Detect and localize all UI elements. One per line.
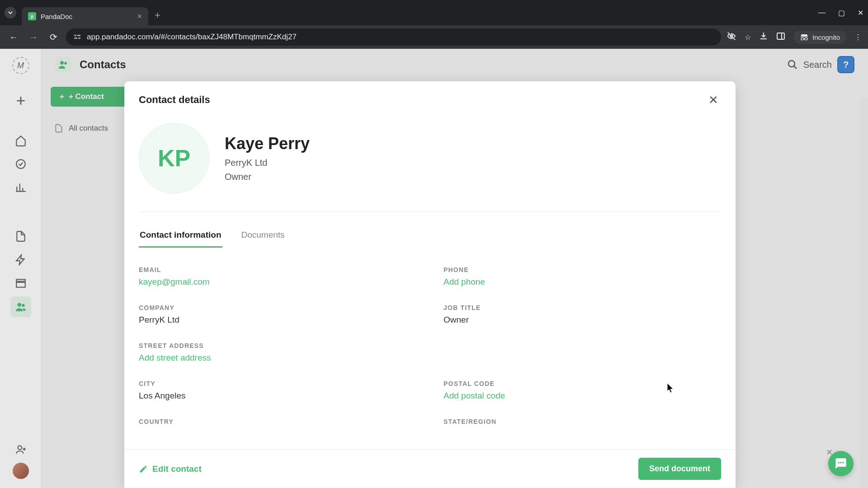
field-label-company: COMPANY bbox=[139, 304, 416, 311]
svg-rect-1 bbox=[77, 35, 80, 36]
svg-rect-11 bbox=[16, 279, 25, 281]
svg-rect-5 bbox=[777, 33, 784, 39]
contact-name: Kaye Perry bbox=[225, 134, 310, 153]
minimize-icon[interactable]: — bbox=[818, 9, 826, 17]
back-button[interactable]: ← bbox=[6, 30, 21, 44]
field-label-country: COUNTRY bbox=[139, 418, 416, 425]
svg-point-20 bbox=[840, 462, 842, 463]
field-label-phone: PHONE bbox=[443, 266, 721, 273]
browser-tab-strip: p PandaDoc × + — ▢ ✕ bbox=[0, 0, 868, 25]
plus-icon: + bbox=[60, 92, 64, 101]
approvals-nav[interactable] bbox=[10, 154, 31, 174]
send-document-button[interactable]: Send document bbox=[638, 458, 721, 480]
chat-icon bbox=[835, 457, 847, 470]
browser-tab[interactable]: p PandaDoc × bbox=[22, 7, 148, 25]
invite-nav[interactable] bbox=[10, 439, 31, 460]
page-header: Contacts Search ? bbox=[42, 49, 868, 80]
edit-contact-label: Edit contact bbox=[152, 464, 202, 474]
svg-point-18 bbox=[788, 61, 795, 67]
svg-point-15 bbox=[18, 446, 22, 450]
svg-rect-2 bbox=[74, 38, 77, 39]
contact-title: Owner bbox=[225, 172, 310, 182]
svg-point-10 bbox=[16, 160, 25, 169]
pencil-icon bbox=[139, 465, 148, 474]
window-controls: — ▢ ✕ bbox=[818, 9, 863, 17]
new-tab-button[interactable]: + bbox=[155, 9, 160, 21]
incognito-badge[interactable]: Incognito bbox=[793, 31, 846, 44]
new-item-button[interactable] bbox=[10, 90, 31, 111]
field-label-postal: POSTAL CODE bbox=[443, 380, 721, 387]
field-value-phone[interactable]: Add phone bbox=[443, 277, 721, 287]
user-avatar[interactable] bbox=[13, 463, 29, 479]
all-contacts-label: All contacts bbox=[69, 124, 108, 133]
downloads-icon[interactable] bbox=[759, 32, 768, 42]
contacts-icon bbox=[55, 56, 71, 73]
contact-avatar: KP bbox=[139, 123, 209, 193]
all-contacts-item[interactable]: All contacts bbox=[51, 120, 137, 136]
maximize-icon[interactable]: ▢ bbox=[838, 9, 845, 17]
url-text: app.pandadoc.com/a/#/contacts/baxZJ48MTb… bbox=[87, 33, 297, 42]
page-title: Contacts bbox=[80, 58, 126, 71]
field-value-email[interactable]: kayep@gmail.com bbox=[139, 277, 416, 287]
page-scrollbar[interactable] bbox=[860, 98, 868, 488]
incognito-label: Incognito bbox=[812, 33, 840, 41]
document-icon bbox=[54, 124, 63, 133]
add-contact-button[interactable]: + + Contact bbox=[51, 87, 137, 107]
svg-point-16 bbox=[60, 61, 64, 65]
edit-contact-button[interactable]: Edit contact bbox=[139, 464, 202, 474]
modal-title: Contact details bbox=[139, 94, 210, 106]
tab-documents[interactable]: Documents bbox=[241, 225, 286, 248]
documents-nav[interactable] bbox=[10, 226, 31, 247]
chat-fab[interactable] bbox=[828, 451, 854, 476]
tab-title: PandaDoc bbox=[41, 13, 132, 20]
contact-details-modal: Contact details ✕ KP Kaye Perry PerryK L… bbox=[124, 81, 736, 488]
search-icon[interactable] bbox=[787, 59, 798, 70]
svg-point-8 bbox=[805, 38, 807, 40]
svg-point-21 bbox=[842, 462, 844, 463]
tab-contact-info[interactable]: Contact information bbox=[139, 225, 222, 248]
templates-nav[interactable] bbox=[10, 249, 31, 270]
add-contact-label: + Contact bbox=[69, 92, 104, 101]
reload-button[interactable]: ⟳ bbox=[46, 30, 61, 44]
close-modal-button[interactable]: ✕ bbox=[706, 92, 721, 108]
field-label-state: STATE/REGION bbox=[443, 418, 721, 425]
field-label-jobtitle: JOB TITLE bbox=[443, 304, 721, 311]
tracking-icon[interactable] bbox=[726, 31, 736, 43]
favicon-icon: p bbox=[28, 12, 36, 20]
browser-menu-icon[interactable]: ⋮ bbox=[854, 33, 862, 42]
close-window-icon[interactable]: ✕ bbox=[858, 9, 863, 17]
tab-close-icon[interactable]: × bbox=[137, 12, 142, 21]
svg-point-17 bbox=[64, 62, 67, 65]
home-nav[interactable] bbox=[10, 130, 31, 151]
browser-toolbar: ← → ⟳ app.pandadoc.com/a/#/contacts/baxZ… bbox=[0, 25, 868, 49]
svg-rect-0 bbox=[74, 35, 76, 36]
field-value-company: PerryK Ltd bbox=[139, 315, 416, 325]
search-label[interactable]: Search bbox=[803, 60, 832, 70]
field-value-city: Los Angeles bbox=[139, 391, 416, 401]
field-value-street[interactable]: Add street address bbox=[139, 353, 721, 363]
contacts-nav[interactable] bbox=[10, 296, 31, 317]
svg-point-14 bbox=[22, 304, 24, 307]
workspace-logo[interactable]: M bbox=[12, 57, 29, 74]
field-label-city: CITY bbox=[139, 380, 416, 387]
field-value-jobtitle: Owner bbox=[443, 315, 721, 325]
tab-search-dropdown[interactable] bbox=[5, 7, 16, 19]
svg-point-19 bbox=[838, 462, 840, 463]
bookmark-icon[interactable]: ☆ bbox=[745, 33, 751, 42]
reports-nav[interactable] bbox=[10, 177, 31, 198]
field-label-street: STREET ADDRESS bbox=[139, 342, 721, 349]
help-button[interactable]: ? bbox=[837, 56, 854, 73]
side-panel-icon[interactable] bbox=[776, 32, 785, 42]
svg-rect-12 bbox=[16, 282, 25, 287]
library-nav[interactable] bbox=[10, 273, 31, 294]
address-bar[interactable]: app.pandadoc.com/a/#/contacts/baxZJ48MTb… bbox=[66, 28, 721, 46]
field-label-email: EMAIL bbox=[139, 266, 416, 273]
left-rail: M bbox=[0, 49, 42, 488]
field-value-postal[interactable]: Add postal code bbox=[443, 391, 721, 401]
site-settings-icon[interactable] bbox=[73, 33, 81, 41]
svg-rect-3 bbox=[78, 38, 80, 39]
svg-point-13 bbox=[17, 303, 21, 307]
forward-button[interactable]: → bbox=[26, 30, 41, 44]
svg-point-7 bbox=[801, 38, 804, 40]
contact-company: PerryK Ltd bbox=[225, 158, 310, 168]
